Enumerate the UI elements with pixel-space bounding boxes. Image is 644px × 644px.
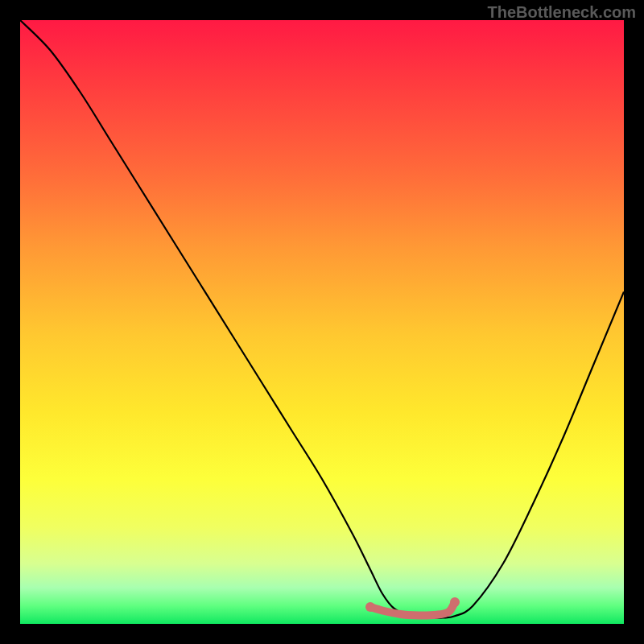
optimal-range-path [370,602,455,616]
optimal-end-dot [450,597,460,607]
highlight-svg [20,20,624,624]
optimal-start-dot [365,602,375,612]
plot-area [20,20,624,624]
watermark-text: TheBottleneck.com [488,3,636,22]
